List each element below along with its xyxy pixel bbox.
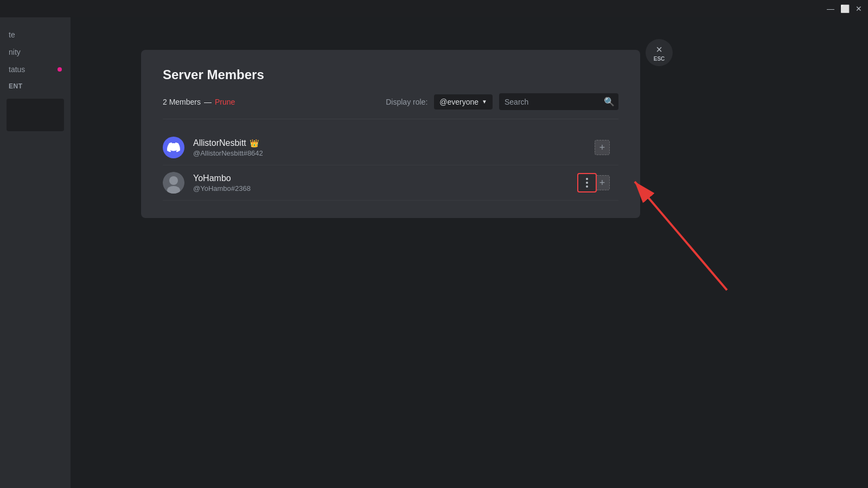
dot-2 [586,182,588,184]
member-list: AllistorNesbitt 👑 @AllistorNesbitt#8642 … [163,130,618,201]
member-info-1: YoHambo @YoHambo#2368 [193,174,595,192]
add-role-button-0[interactable]: + [595,140,610,155]
member-info-0: AllistorNesbitt 👑 @AllistorNesbitt#8642 [193,138,595,157]
close-window-button[interactable]: ✕ [854,4,864,14]
members-count-label: 2 Members [163,98,201,106]
member-name-0: AllistorNesbitt [193,138,246,148]
toolbar-right: Display role: @everyone ▼ 🔍 [386,93,618,110]
sidebar-item-label-1: te [9,30,15,39]
role-dropdown-value: @everyone [439,98,478,106]
photo-avatar-1 [163,172,184,194]
member-row-1[interactable]: YoHambo @YoHambo#2368 + [163,165,618,201]
modal-title: Server Members [163,67,618,82]
sidebar-section-ent: ENT [0,78,71,94]
member-tag-1: @YoHambo#2368 [193,184,595,192]
dot-1 [586,178,588,180]
crown-icon-0: 👑 [250,139,259,147]
minimize-button[interactable]: — [826,4,835,14]
sidebar-item-label-2: nity [9,48,21,56]
add-role-button-1[interactable]: + [595,175,610,190]
member-row-0[interactable]: AllistorNesbitt 👑 @AllistorNesbitt#8642 … [163,130,618,165]
toolbar-row: 2 Members — Prune Display role: @everyon… [163,93,618,119]
dot-3 [586,185,588,188]
search-icon: 🔍 [604,97,615,107]
sidebar-item-label-3: tatus [9,65,25,74]
prune-link[interactable]: Prune [215,98,235,106]
window-controls: — ⬜ ✕ [826,4,864,14]
display-role-label: Display role: [386,98,427,106]
svg-point-1 [169,176,178,185]
status-badge [58,67,62,72]
member-name-row-1: YoHambo [193,174,595,183]
discord-avatar-icon [163,137,184,158]
sidebar-item-1[interactable]: te [0,26,71,43]
sidebar-item-2[interactable]: nity [0,43,71,61]
app-container: te nity tatus ENT × ESC Server Members [0,17,868,488]
search-input[interactable] [505,98,599,106]
member-options-button-1[interactable] [577,173,597,192]
search-box: 🔍 [499,93,618,110]
maximize-button[interactable]: ⬜ [840,4,850,14]
member-name-row-0: AllistorNesbitt 👑 [193,138,595,148]
annotation-arrow [618,160,738,303]
member-avatar-1 [163,172,184,194]
role-dropdown[interactable]: @everyone ▼ [434,94,493,110]
member-tag-0: @AllistorNesbitt#8642 [193,149,595,157]
modal-close-button[interactable]: × ESC [646,39,673,66]
members-count-area: 2 Members — Prune [163,98,235,106]
main-content: × ESC Server Members 2 Members — Prune D… [71,17,868,488]
close-x-icon: × [656,44,662,55]
sidebar: te nity tatus ENT [0,17,71,488]
member-name-1: YoHambo [193,174,231,183]
modal-overlay: × ESC Server Members 2 Members — Prune D… [71,17,868,488]
close-label: ESC [654,56,665,62]
server-members-modal: × ESC Server Members 2 Members — Prune D… [141,50,640,218]
chevron-down-icon: ▼ [482,99,487,105]
member-avatar-0 [163,137,184,158]
sidebar-item-status[interactable]: tatus [0,61,71,78]
svg-line-4 [635,182,727,290]
dash-separator: — [204,98,212,106]
window-titlebar: — ⬜ ✕ [0,0,868,17]
